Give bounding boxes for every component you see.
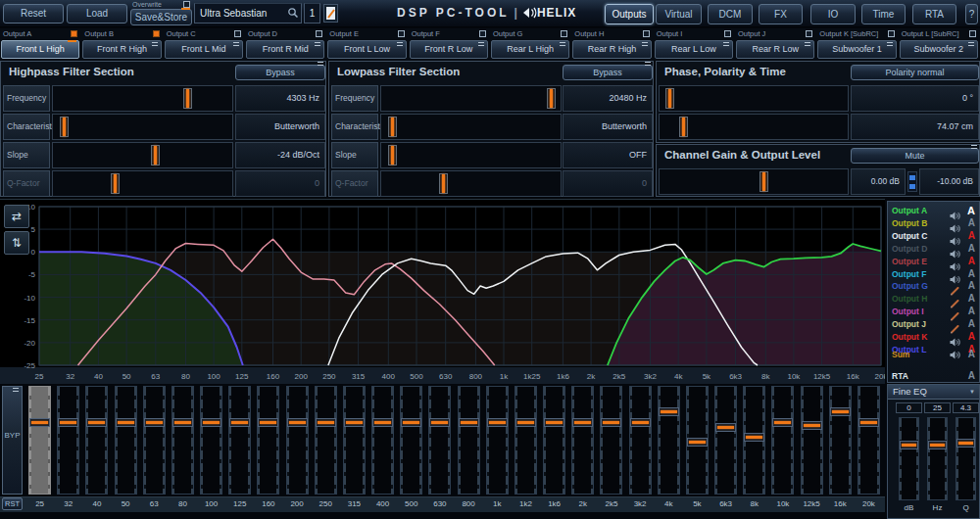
eq-band-handle[interactable]: [459, 418, 479, 427]
eq-band-handle[interactable]: [86, 418, 107, 427]
sum-row[interactable]: SumA: [888, 349, 979, 361]
eq-band-handle[interactable]: [372, 418, 393, 427]
channel-tab-rear-r-low[interactable]: Rear R Low: [736, 40, 814, 59]
slider-handle[interactable]: [679, 117, 688, 137]
eq-band-handle[interactable]: [744, 433, 764, 442]
speaker-icon[interactable]: [950, 207, 961, 215]
eq-band-handle[interactable]: [287, 418, 308, 427]
nav-button-fx[interactable]: FX: [759, 4, 803, 24]
speaker-icon[interactable]: [950, 258, 961, 266]
eq-band-slider-125[interactable]: [228, 386, 251, 495]
filter-slider-characteristic[interactable]: [380, 114, 562, 140]
eq-band-handle[interactable]: [601, 418, 621, 427]
channel-row-output-i[interactable]: Output IA: [888, 306, 979, 318]
output-link-checkbox[interactable]: [479, 30, 486, 37]
lowpass-bypass-button[interactable]: Bypass: [563, 65, 653, 80]
eq-band-slider-5k[interactable]: [686, 386, 709, 495]
channel-row-output-g[interactable]: Output GA: [888, 280, 979, 293]
preset-name-input[interactable]: Ultra Sebastian: [194, 3, 302, 24]
eq-band-handle[interactable]: [116, 418, 136, 427]
output-link-checkbox[interactable]: [153, 30, 160, 37]
pencil-icon[interactable]: [950, 307, 961, 316]
eq-band-slider-1k2[interactable]: [514, 386, 537, 495]
filter-slider-q-factor[interactable]: [380, 170, 562, 197]
slider-handle[interactable]: [183, 88, 192, 109]
channel-group-letter[interactable]: A: [968, 217, 975, 228]
eq-band-slider-32[interactable]: [57, 386, 79, 495]
phase-slider-0[interactable]: [659, 85, 849, 112]
eq-band-handle[interactable]: [258, 418, 278, 427]
filter-slider-q-factor[interactable]: [52, 170, 233, 197]
highpass-bypass-button[interactable]: Bypass: [235, 65, 325, 80]
channel-tab-subwoofer-1[interactable]: Subwoofer 1: [817, 40, 896, 59]
eq-band-handle[interactable]: [830, 407, 851, 416]
output-link-checkbox[interactable]: [398, 30, 405, 37]
eq-band-handle[interactable]: [858, 418, 879, 427]
eq-band-slider-8k[interactable]: [743, 386, 765, 495]
fine-eq-handle[interactable]: [900, 441, 918, 449]
output-link-checkbox[interactable]: [724, 30, 731, 37]
channel-tab-rear-l-high[interactable]: Rear L High: [491, 40, 569, 59]
slider-handle[interactable]: [439, 173, 448, 194]
eq-band-slider-400[interactable]: [371, 386, 394, 495]
channel-row-output-c[interactable]: Output CA: [888, 230, 979, 243]
vertical-zoom-icon[interactable]: ⇅: [4, 231, 29, 255]
output-link-checkbox[interactable]: [806, 30, 812, 37]
filter-slider-frequency[interactable]: [52, 85, 233, 112]
filter-slider-slope[interactable]: [52, 142, 233, 168]
eq-band-handle[interactable]: [172, 418, 193, 427]
channel-tab-subwoofer-2[interactable]: Subwoofer 2: [900, 40, 978, 59]
gain-slider-handle[interactable]: [760, 171, 768, 192]
nav-button-io[interactable]: IO: [810, 4, 856, 24]
eq-reset-button[interactable]: RST: [2, 497, 23, 510]
eq-band-handle[interactable]: [29, 418, 50, 427]
channel-tab-front-l-high[interactable]: Front L High: [1, 40, 79, 59]
eq-band-slider-12k5[interactable]: [801, 386, 823, 495]
output-link-checkbox[interactable]: [561, 30, 567, 37]
eq-band-handle[interactable]: [772, 418, 793, 427]
channel-group-letter[interactable]: A: [967, 205, 975, 216]
polarity-button[interactable]: Polarity normal: [851, 65, 979, 80]
channel-tab-front-r-mid[interactable]: Front R Mid: [246, 40, 324, 59]
eq-band-slider-630[interactable]: [428, 386, 451, 495]
eq-band-handle[interactable]: [201, 418, 221, 427]
output-link-checkbox[interactable]: [969, 30, 976, 37]
speaker-icon[interactable]: [950, 333, 961, 342]
eq-band-handle[interactable]: [144, 418, 165, 427]
pencil-icon[interactable]: [950, 320, 961, 329]
channel-row-output-e[interactable]: Output EA: [888, 256, 979, 268]
fine-eq-header[interactable]: Fine EQ ▼: [888, 385, 979, 400]
nav-button-dcm[interactable]: DCM: [708, 4, 753, 24]
channel-tab-rear-l-low[interactable]: Rear L Low: [655, 40, 733, 59]
eq-band-handle[interactable]: [344, 418, 365, 427]
eq-band-handle[interactable]: [802, 421, 822, 430]
eq-band-handle[interactable]: [659, 407, 679, 416]
output-link-checkbox[interactable]: [316, 30, 322, 37]
eq-band-slider-250[interactable]: [315, 386, 337, 495]
eq-band-handle[interactable]: [544, 418, 564, 427]
eq-band-slider-40[interactable]: [85, 386, 108, 495]
eq-band-slider-25[interactable]: [28, 386, 51, 495]
fine-eq-value-db[interactable]: 0: [896, 402, 922, 413]
eq-bypass-button[interactable]: BYP: [2, 386, 23, 495]
slider-handle[interactable]: [60, 117, 69, 137]
channel-group-letter[interactable]: A: [968, 306, 975, 316]
eq-band-handle[interactable]: [715, 423, 736, 432]
slider-handle[interactable]: [388, 117, 397, 137]
channel-group-letter[interactable]: A: [968, 243, 975, 254]
slider-handle[interactable]: [665, 88, 674, 109]
channel-group-letter[interactable]: A: [968, 268, 975, 279]
channel-row-output-b[interactable]: Output BA: [888, 217, 979, 230]
slider-handle[interactable]: [151, 145, 160, 165]
channel-tab-front-r-high[interactable]: Front R High: [82, 40, 161, 59]
eq-band-slider-63[interactable]: [143, 386, 166, 495]
pencil-icon[interactable]: [950, 295, 961, 304]
overwrite-checkbox[interactable]: [183, 1, 190, 8]
channel-group-letter[interactable]: A: [968, 293, 975, 304]
fine-eq-slider-q[interactable]: [956, 417, 976, 500]
channel-tab-front-l-mid[interactable]: Front L Mid: [165, 40, 243, 59]
fine-eq-handle[interactable]: [956, 439, 975, 448]
edit-preset-icon[interactable]: [323, 4, 338, 23]
nav-button-virtual[interactable]: Virtual: [656, 4, 702, 24]
eq-band-handle[interactable]: [487, 418, 508, 427]
